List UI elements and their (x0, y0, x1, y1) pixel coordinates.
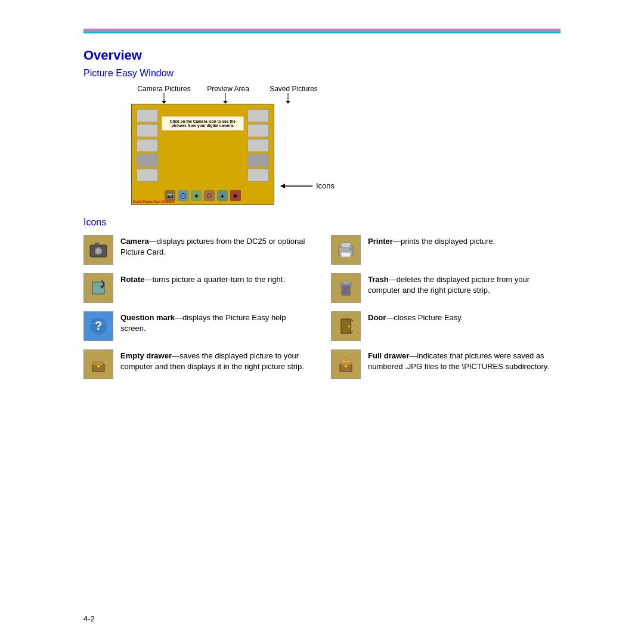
strip-cell (137, 139, 158, 152)
full-drawer-icon-thumb (331, 349, 361, 379)
svg-rect-35 (345, 366, 347, 367)
label-arrows-svg (131, 93, 334, 104)
trash-icon-name: Trash (368, 275, 389, 284)
screenshot-row: Click on the Camera icon to see the pict… (95, 104, 335, 205)
door-dash: — (386, 313, 394, 322)
rotate-icon-svg (88, 277, 109, 299)
icon-item-empty-drawer: Empty drawer—saves the displayed picture… (83, 349, 313, 379)
preview-area-label: Preview Area (197, 85, 259, 93)
top-decorative-lines (83, 29, 561, 32)
question-icon-desc: Question mark—displays the Picture Easy … (120, 311, 313, 334)
screenshot-container: Camera Pictures Preview Area Saved Pictu… (95, 85, 561, 205)
full-drawer-icon-svg (335, 354, 357, 375)
camera-icon-desc: Camera—displays pictures from the DC25 o… (120, 235, 313, 258)
icons-grid: Camera—displays pictures from the DC25 o… (83, 235, 561, 388)
top-line-pink (83, 29, 561, 30)
icons-section: Icons Camera—displays pictures from the … (83, 217, 561, 388)
strip-cell (247, 139, 269, 152)
printer-icon-svg (335, 239, 357, 261)
icons-arrow-label: Icons (280, 181, 335, 190)
svg-rect-31 (94, 362, 103, 366)
trash-icon-desc: Trash—deletes the displayed picture from… (368, 273, 561, 296)
icon-item-full-drawer: Full drawer—indicates that pictures were… (331, 349, 561, 379)
svg-point-15 (349, 248, 352, 250)
camera-dash: — (149, 237, 157, 246)
camera-icon-name: Camera (120, 237, 149, 246)
page: Overview Picture Easy Window Camera Pict… (0, 0, 644, 644)
top-line-blue (83, 30, 561, 32)
camera-icon-thumb (83, 235, 113, 265)
door-icon-thumb (331, 311, 361, 341)
page-number: 4-2 (83, 614, 95, 623)
icon-item-printer: Printer—prints the displayed picture. (331, 235, 561, 265)
left-picture-strip (137, 109, 158, 188)
strip-cell (247, 124, 269, 137)
mini-icon-4: ⬡ (204, 190, 215, 201)
saved-pictures-label: Saved Pictures (259, 85, 328, 93)
screenshot-column-labels: Camera Pictures Preview Area Saved Pictu… (131, 85, 334, 93)
icon-item-door: Door—closes Picture Easy. (331, 311, 561, 341)
mini-icon-3: ◈ (191, 190, 202, 201)
top-line-cyan (83, 32, 561, 33)
right-picture-strip (247, 109, 269, 188)
trash-dash: — (389, 275, 397, 284)
strip-cell (137, 169, 158, 182)
printer-icon-thumb (331, 235, 361, 265)
brand-label: Kodak Picture Easy Software (133, 200, 174, 203)
svg-rect-27 (348, 326, 350, 327)
empty-drawer-icon-svg (88, 354, 109, 375)
icons-heading: Icons (83, 217, 561, 228)
full-drawer-icon-desc: Full drawer—indicates that pictures were… (368, 349, 561, 372)
empty-drawer-icon-name: Empty drawer (120, 351, 172, 360)
trash-icon-svg (335, 277, 357, 299)
mini-icon-2: ◯ (178, 190, 188, 201)
door-icon-name: Door (368, 313, 386, 322)
question-icon-svg: ? (88, 315, 109, 337)
camera-icon-svg (88, 239, 109, 261)
svg-rect-37 (343, 358, 349, 360)
question-icon-thumb: ? (83, 311, 113, 341)
strip-cell (247, 169, 269, 182)
arrow-svg (280, 182, 313, 190)
picture-easy-window-heading: Picture Easy Window (83, 68, 561, 79)
printer-dash: — (393, 237, 401, 246)
center-instruction-text: Click on the Camera icon to see the pict… (162, 116, 244, 131)
door-icon-desc: Door—closes Picture Easy. (368, 311, 561, 323)
svg-rect-32 (97, 366, 100, 367)
icon-item-camera: Camera—displays pictures from the DC25 o… (83, 235, 313, 265)
svg-point-10 (96, 249, 101, 253)
empty-drawer-icon-thumb (83, 349, 113, 379)
svg-rect-20 (343, 281, 348, 284)
mini-icon-5: ▲ (217, 190, 228, 201)
rotate-icon-name: Rotate (120, 275, 144, 284)
rotate-icon-thumb (83, 273, 113, 303)
trash-icon-thumb (331, 273, 361, 303)
strip-cell (247, 109, 269, 122)
svg-text:?: ? (95, 319, 102, 332)
strip-cell (137, 124, 158, 137)
empty-drawer-dash: — (172, 351, 179, 360)
printer-icon-name: Printer (368, 237, 393, 246)
question-icon-name: Question mark (120, 313, 175, 322)
svg-rect-11 (95, 243, 99, 246)
full-drawer-icon-name: Full drawer (368, 351, 409, 360)
icon-item-rotate: Rotate—turns picture a quarter-turn to t… (83, 273, 313, 303)
overview-heading: Overview (83, 48, 561, 63)
icons-label: Icons (316, 181, 335, 190)
mini-icon-6: ▶ (230, 190, 241, 201)
rotate-dash: — (144, 275, 152, 284)
svg-rect-13 (341, 243, 351, 247)
empty-drawer-icon-desc: Empty drawer—saves the displayed picture… (120, 349, 313, 372)
app-screenshot: Click on the Camera icon to see the pict… (131, 104, 274, 205)
door-icon-svg (335, 315, 357, 337)
icon-item-question: ? Question mark—displays the Picture Eas… (83, 311, 313, 341)
camera-pictures-label: Camera Pictures (131, 85, 197, 93)
svg-rect-14 (341, 252, 351, 257)
printer-icon-desc: Printer—prints the displayed picture. (368, 235, 561, 247)
strip-cell (137, 109, 158, 122)
strip-cell-selected (247, 154, 269, 167)
strip-cell-selected (137, 154, 158, 167)
full-drawer-dash: — (409, 351, 417, 360)
svg-marker-6 (280, 184, 285, 188)
rotate-icon-desc: Rotate—turns picture a quarter-turn to t… (120, 273, 313, 285)
